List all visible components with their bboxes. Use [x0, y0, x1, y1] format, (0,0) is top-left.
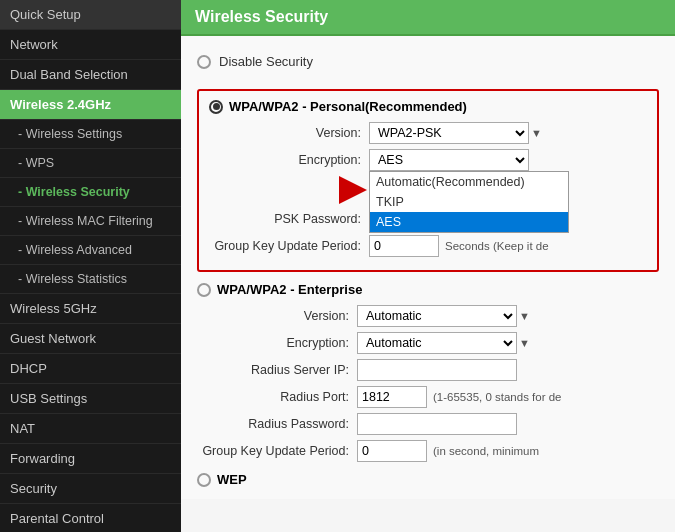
- ent-radius-port-hint: (1-65535, 0 stands for de: [433, 391, 562, 403]
- sidebar-item-wireless-advanced[interactable]: - Wireless Advanced: [0, 236, 181, 265]
- wpa-personal-title: WPA/WPA2 - Personal(Recommended): [229, 99, 467, 114]
- sidebar-item-wireless-5g[interactable]: Wireless 5GHz: [0, 294, 181, 324]
- ent-radius-ip-label: Radius Server IP:: [197, 363, 357, 377]
- ent-group-key-label: Group Key Update Period:: [197, 444, 357, 458]
- ent-radius-port-row: Radius Port: (1-65535, 0 stands for de: [197, 386, 659, 408]
- sidebar: Quick SetupNetworkDual Band SelectionWir…: [0, 0, 181, 532]
- ent-radius-port-input[interactable]: [357, 386, 427, 408]
- main-content: Wireless Security Disable Security WPA/W…: [181, 0, 675, 532]
- disable-security-radio[interactable]: [197, 55, 211, 69]
- ent-radius-ip-row: Radius Server IP:: [197, 359, 659, 381]
- sidebar-item-wireless-mac[interactable]: - Wireless MAC Filtering: [0, 207, 181, 236]
- sidebar-item-usb-settings[interactable]: USB Settings: [0, 384, 181, 414]
- sidebar-item-wireless-settings[interactable]: - Wireless Settings: [0, 120, 181, 149]
- ent-radius-pass-row: Radius Password:: [197, 413, 659, 435]
- sidebar-item-wireless-statistics[interactable]: - Wireless Statistics: [0, 265, 181, 294]
- wpa-encryption-select[interactable]: AES: [369, 149, 529, 171]
- ent-radius-pass-label: Radius Password:: [197, 417, 357, 431]
- ent-version-row: Version: Automatic ▼: [197, 305, 659, 327]
- wpa-group-key-hint: Seconds (Keep it de: [445, 240, 549, 252]
- disable-security-label: Disable Security: [219, 54, 313, 69]
- wpa-group-key-input[interactable]: [369, 235, 439, 257]
- wpa-group-key-row: Group Key Update Period: Seconds (Keep i…: [209, 235, 647, 257]
- ent-group-key-input[interactable]: [357, 440, 427, 462]
- sidebar-item-network[interactable]: Network: [0, 30, 181, 60]
- encryption-option-aes[interactable]: AES: [370, 212, 568, 232]
- sidebar-item-quick-setup[interactable]: Quick Setup: [0, 0, 181, 30]
- wep-radio[interactable]: [197, 473, 211, 487]
- sidebar-item-security[interactable]: Security: [0, 474, 181, 504]
- wpa-personal-radio[interactable]: [209, 100, 223, 114]
- psk-label: PSK Password:: [209, 212, 369, 226]
- ent-version-select[interactable]: Automatic: [357, 305, 517, 327]
- wpa-encryption-label: Encryption:: [209, 153, 369, 167]
- ent-encryption-row: Encryption: Automatic ▼: [197, 332, 659, 354]
- disable-security-row: Disable Security: [197, 48, 659, 75]
- sidebar-item-forwarding[interactable]: Forwarding: [0, 444, 181, 474]
- wpa-version-row: Version: WPA2-PSK ▼: [209, 122, 647, 144]
- ent-encryption-select[interactable]: Automatic: [357, 332, 517, 354]
- wpa-version-select[interactable]: WPA2-PSK: [369, 122, 529, 144]
- ent-group-key-hint: (in second, minimum: [433, 445, 539, 457]
- sidebar-item-wireless-security[interactable]: - Wireless Security: [0, 178, 181, 207]
- wpa-enterprise-radio[interactable]: [197, 283, 211, 297]
- sidebar-item-dhcp[interactable]: DHCP: [0, 354, 181, 384]
- wpa-personal-section: WPA/WPA2 - Personal(Recommended) Version…: [197, 89, 659, 272]
- ent-group-key-row: Group Key Update Period: (in second, min…: [197, 440, 659, 462]
- wpa-enterprise-title: WPA/WPA2 - Enterprise: [217, 282, 362, 297]
- sidebar-item-nat[interactable]: NAT: [0, 414, 181, 444]
- ent-radius-pass-input[interactable]: [357, 413, 517, 435]
- wpa-version-label: Version:: [209, 126, 369, 140]
- sidebar-item-wps[interactable]: - WPS: [0, 149, 181, 178]
- encryption-option-automatic[interactable]: Automatic(Recommended): [370, 172, 568, 192]
- ent-radius-ip-input[interactable]: [357, 359, 517, 381]
- sidebar-item-guest-network[interactable]: Guest Network: [0, 324, 181, 354]
- wpa-group-key-label: Group Key Update Period:: [209, 239, 369, 253]
- ent-radius-port-label: Radius Port:: [197, 390, 357, 404]
- wep-section: WEP: [197, 472, 659, 487]
- ent-encryption-label: Encryption:: [197, 336, 357, 350]
- wep-header: WEP: [197, 472, 659, 487]
- wpa-enterprise-section: WPA/WPA2 - Enterprise Version: Automatic…: [197, 282, 659, 462]
- wpa-enterprise-header: WPA/WPA2 - Enterprise: [197, 282, 659, 297]
- wep-title: WEP: [217, 472, 247, 487]
- red-arrow-icon: [339, 176, 367, 204]
- ent-version-label: Version:: [197, 309, 357, 323]
- encryption-option-tkip[interactable]: TKIP: [370, 192, 568, 212]
- wpa-encryption-dropdown-wrapper: AES Automatic(Recommended) TKIP AES: [369, 149, 529, 171]
- wpa-encryption-row: Encryption: AES Automatic(Recommended) T…: [209, 149, 647, 171]
- page-title: Wireless Security: [181, 0, 675, 36]
- wpa-encryption-dropdown-list: Automatic(Recommended) TKIP AES: [369, 171, 569, 233]
- wpa-version-arrow: ▼: [531, 127, 542, 139]
- sidebar-item-parental-control[interactable]: Parental Control: [0, 504, 181, 532]
- sidebar-item-dual-band[interactable]: Dual Band Selection: [0, 60, 181, 90]
- wpa-personal-header: WPA/WPA2 - Personal(Recommended): [209, 99, 647, 114]
- sidebar-item-wireless-24[interactable]: Wireless 2.4GHz: [0, 90, 181, 120]
